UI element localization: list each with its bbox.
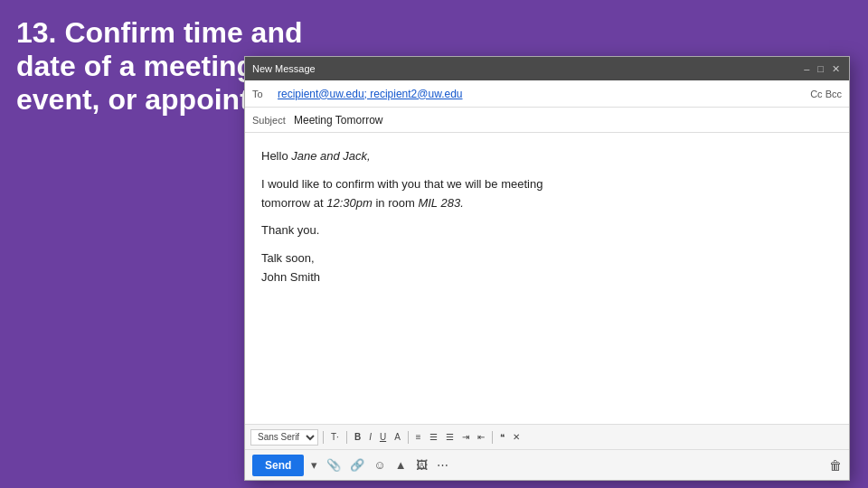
title-bar: New Message – □ ✕ [245, 57, 849, 80]
maximize-button[interactable]: □ [816, 64, 826, 74]
toolbar-sep-1 [323, 431, 324, 444]
email-room: MIL 283. [418, 196, 463, 210]
bold-button[interactable]: B [352, 430, 363, 444]
toolbar-sep-2 [346, 431, 347, 444]
email-body[interactable]: Hello Jane and Jack, I would like to con… [245, 133, 849, 424]
title-bar-label: New Message [252, 63, 316, 74]
emoji-icon[interactable]: ☺ [372, 456, 387, 474]
remove-format-button[interactable]: ✕ [510, 430, 523, 444]
email-compose-window: New Message – □ ✕ To recipient@uw.edu; r… [244, 56, 850, 481]
drive-icon[interactable]: ▲ [393, 456, 409, 474]
email-closing: Talk soon, John Smith [261, 249, 833, 287]
minimize-button[interactable]: – [802, 64, 811, 74]
font-size-button[interactable]: T· [328, 430, 342, 444]
email-signature: John Smith [261, 270, 320, 284]
email-time: 12:30pm [326, 196, 373, 210]
insert-link-icon[interactable]: 🔗 [348, 456, 366, 474]
quote-button[interactable]: ❝ [497, 430, 507, 444]
subject-field-row: Subject Meeting Tomorrow [245, 108, 849, 133]
delete-draft-icon[interactable]: 🗑 [829, 458, 842, 473]
formatting-toolbar: Sans Serif T· B I U A ≡ ☰ ☰ ⇥ ⇤ ❝ ✕ [245, 424, 849, 449]
to-value[interactable]: recipient@uw.edu; recipient2@uw.edu [278, 88, 805, 100]
send-button[interactable]: Send [252, 455, 304, 476]
underline-button[interactable]: U [377, 430, 389, 444]
toolbar-sep-3 [408, 431, 409, 444]
numbered-list-button[interactable]: ☰ [443, 430, 457, 444]
font-selector[interactable]: Sans Serif [250, 429, 318, 446]
cc-bcc-label[interactable]: Cc Bcc [810, 89, 842, 99]
photo-icon[interactable]: 🖼 [414, 456, 429, 474]
title-bar-controls: – □ ✕ [802, 64, 842, 74]
to-field-row: To recipient@uw.edu; recipient2@uw.edu C… [245, 80, 849, 108]
formatting-toggle-icon[interactable]: ▾ [309, 456, 319, 474]
indent-button[interactable]: ⇥ [459, 430, 472, 444]
email-body-paragraph: I would like to confirm with you that we… [261, 175, 833, 213]
text-color-button[interactable]: A [392, 430, 403, 444]
toolbar-sep-4 [492, 431, 493, 444]
italic-button[interactable]: I [366, 430, 374, 444]
more-options-icon[interactable]: ⋯ [435, 456, 450, 474]
align-left-button[interactable]: ≡ [413, 430, 424, 444]
subject-label: Subject [252, 115, 294, 126]
bottom-bar: Send ▾ 📎 🔗 ☺ ▲ 🖼 ⋯ 🗑 [245, 449, 849, 480]
outdent-button[interactable]: ⇤ [475, 430, 487, 444]
attach-file-icon[interactable]: 📎 [325, 456, 343, 474]
bullet-list-button[interactable]: ☰ [427, 430, 440, 444]
subject-value[interactable]: Meeting Tomorrow [294, 114, 842, 127]
email-thank-you: Thank you. [261, 221, 833, 240]
to-label: To [252, 89, 278, 99]
email-greeting: Hello Jane and Jack, [261, 147, 833, 166]
close-button[interactable]: ✕ [830, 64, 842, 74]
email-greeting-names: Jane and Jack, [291, 149, 370, 163]
